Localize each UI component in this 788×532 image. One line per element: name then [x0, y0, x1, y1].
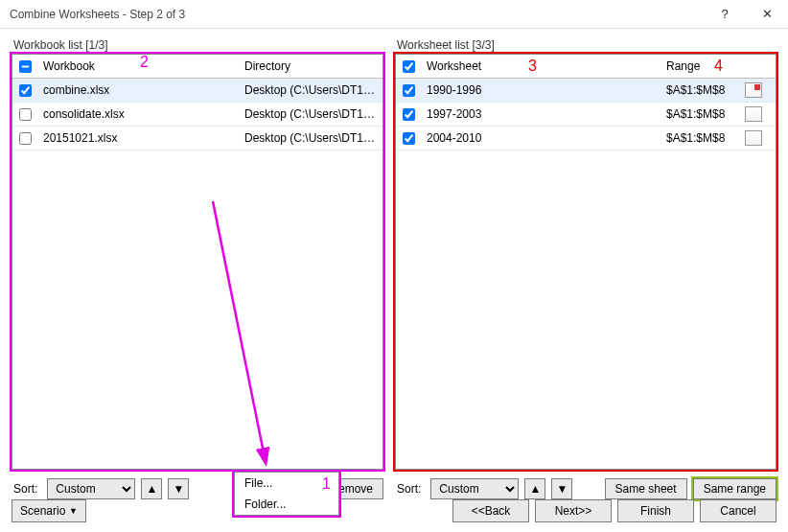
next-button[interactable]: Next>>: [535, 499, 612, 522]
caret-up-icon: ▲: [146, 482, 157, 496]
range-header[interactable]: Range: [661, 59, 739, 73]
sort-label: Sort:: [12, 482, 41, 496]
worksheet-sort-down-button[interactable]: ▼: [551, 478, 572, 499]
worksheet-sort-select[interactable]: Custom: [430, 478, 519, 499]
workbook-sort-down-button[interactable]: ▼: [168, 478, 189, 499]
range-selector-icon[interactable]: [745, 130, 762, 146]
worksheet-header[interactable]: Worksheet: [421, 59, 661, 73]
workbook-row[interactable]: combine.xlsx Desktop (C:\Users\DT1…: [12, 79, 382, 103]
workbook-header[interactable]: Workbook: [37, 59, 239, 73]
workbook-header-row: Workbook Directory: [12, 55, 382, 79]
workbook-dir: Desktop (C:\Users\DT1…: [239, 131, 382, 145]
worksheet-sort-up-button[interactable]: ▲: [524, 478, 545, 499]
directory-header[interactable]: Directory: [239, 59, 382, 73]
worksheet-name: 1997-2003: [421, 107, 661, 121]
workbook-row-checkbox[interactable]: [19, 132, 32, 145]
workbook-list-empty-area: [12, 150, 382, 469]
workbook-dir: Desktop (C:\Users\DT1…: [239, 107, 382, 121]
add-file-menu-item[interactable]: File...: [235, 473, 338, 494]
scenario-button[interactable]: Scenario ▼: [12, 499, 86, 522]
worksheet-list-label: Worksheet list [3/3]: [395, 38, 776, 54]
worksheet-panel: Worksheet list [3/3] Worksheet Range 199…: [395, 38, 776, 502]
worksheet-range: $A$1:$M$8: [661, 131, 739, 145]
range-selector-icon[interactable]: [745, 82, 762, 98]
workbook-name: consolidate.xlsx: [37, 107, 239, 121]
workbook-sort-up-button[interactable]: ▲: [141, 478, 162, 499]
sort-label: Sort:: [395, 482, 425, 496]
workbook-dir: Desktop (C:\Users\DT1…: [239, 83, 382, 97]
caret-down-icon: ▼: [69, 506, 78, 516]
worksheet-listbox[interactable]: Worksheet Range 1990-1996 $A$1:$M$8 1997…: [395, 54, 776, 470]
finish-button[interactable]: Finish: [617, 499, 694, 522]
titlebar: Combine Worksheets - Step 2 of 3 ? ✕: [0, 0, 788, 29]
help-icon: ?: [721, 7, 728, 21]
help-button[interactable]: ?: [704, 0, 746, 29]
worksheet-bottombar: Sort: Custom ▲ ▼ Same sheet Same range: [395, 470, 776, 502]
add-folder-menu-item[interactable]: Folder...: [235, 494, 338, 515]
caret-down-icon: ▼: [173, 482, 184, 496]
workbook-panel: Workbook list [1/3] Workbook Directory c…: [12, 38, 383, 502]
dialog-footer: Scenario ▼ <<Back Next>> Finish Cancel: [12, 499, 776, 522]
worksheet-name: 1990-1996: [421, 83, 661, 97]
worksheet-row-checkbox[interactable]: [403, 108, 415, 121]
cancel-button[interactable]: Cancel: [700, 499, 776, 522]
workbook-row-checkbox[interactable]: [19, 108, 32, 121]
worksheet-select-all-checkbox[interactable]: [403, 60, 415, 73]
workbook-row-checkbox[interactable]: [19, 84, 32, 97]
close-button[interactable]: ✕: [746, 0, 788, 29]
same-sheet-button[interactable]: Same sheet: [605, 478, 687, 499]
caret-down-icon: ▼: [556, 482, 568, 496]
worksheet-row[interactable]: 1990-1996 $A$1:$M$8: [396, 79, 776, 103]
back-button[interactable]: <<Back: [452, 499, 529, 522]
range-selector-icon[interactable]: [745, 106, 762, 122]
caret-up-icon: ▲: [529, 482, 541, 496]
worksheet-row-checkbox[interactable]: [403, 132, 415, 145]
workbook-name: combine.xlsx: [37, 83, 239, 97]
worksheet-list-empty-area: [396, 150, 776, 469]
add-dropdown-menu: File... Folder... 1: [234, 472, 339, 516]
close-icon: ✕: [762, 7, 773, 21]
same-range-button[interactable]: Same range: [693, 478, 776, 499]
workbook-list-label: Workbook list [1/3]: [12, 38, 383, 54]
worksheet-name: 2004-2010: [421, 131, 661, 145]
workbook-listbox[interactable]: Workbook Directory combine.xlsx Desktop …: [12, 54, 383, 470]
worksheet-range: $A$1:$M$8: [661, 83, 739, 97]
window-title: Combine Worksheets - Step 2 of 3: [10, 8, 704, 21]
worksheet-row-checkbox[interactable]: [403, 84, 415, 97]
workbook-row[interactable]: consolidate.xlsx Desktop (C:\Users\DT1…: [12, 103, 382, 127]
worksheet-range: $A$1:$M$8: [661, 107, 739, 121]
workbook-row[interactable]: 20151021.xlsx Desktop (C:\Users\DT1…: [12, 127, 382, 150]
worksheet-header-row: Worksheet Range: [396, 55, 776, 79]
worksheet-row[interactable]: 2004-2010 $A$1:$M$8: [396, 127, 776, 150]
workbook-name: 20151021.xlsx: [37, 131, 239, 145]
worksheet-row[interactable]: 1997-2003 $A$1:$M$8: [396, 103, 776, 127]
workbook-select-all-checkbox[interactable]: [19, 60, 32, 73]
workbook-sort-select[interactable]: Custom: [47, 478, 135, 499]
